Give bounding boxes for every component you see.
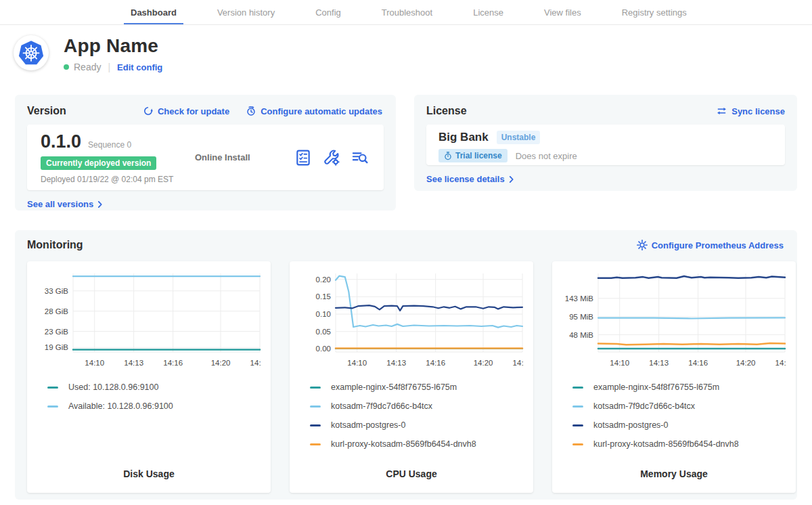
svg-text:14:20: 14:20 <box>474 359 493 367</box>
legend-label: example-nginx-54f8f76755-l675m <box>593 382 719 392</box>
svg-text:14:13: 14:13 <box>124 359 143 367</box>
license-info-card: Big Bank Unstable Trial license Does not… <box>426 125 785 165</box>
chart-title: Disk Usage <box>37 468 261 483</box>
svg-text:28 GiB: 28 GiB <box>45 307 68 315</box>
svg-text:14:23: 14:23 <box>250 359 261 367</box>
svg-text:14:16: 14:16 <box>426 359 445 367</box>
kubernetes-logo-icon <box>14 35 49 70</box>
trial-license-badge: Trial license <box>438 149 508 162</box>
deployed-timestamp: Deployed 01/19/22 @ 02:04 pm EST <box>41 175 195 184</box>
legend-item: kotsadm-postgres-0 <box>310 416 524 435</box>
current-version-card: 0.1.0 Sequence 0 Currently deployed vers… <box>27 125 384 190</box>
sync-license-button[interactable]: Sync license <box>716 106 785 116</box>
sync-arrows-icon <box>716 106 727 116</box>
legend-label: kurl-proxy-kotsadm-8569fb6454-dnvh8 <box>593 439 739 449</box>
monitoring-panel: Monitoring Configure Prometheus Address … <box>15 230 797 500</box>
legend-label: kurl-proxy-kotsadm-8569fb6454-dnvh8 <box>331 439 476 449</box>
deployed-badge: Currently deployed version <box>41 156 156 170</box>
legend-item: example-nginx-54f8f76755-l675m <box>572 378 786 397</box>
svg-text:14:23: 14:23 <box>513 359 524 367</box>
check-for-update-button[interactable]: Check for update <box>143 106 229 116</box>
license-panel: License Sync license Big Bank Unstable <box>414 95 797 191</box>
config-wrench-icon[interactable] <box>323 149 340 167</box>
svg-text:14:10: 14:10 <box>85 359 104 367</box>
svg-text:14:16: 14:16 <box>688 359 708 367</box>
legend-swatch-icon <box>310 405 321 408</box>
legend-swatch-icon <box>47 387 58 389</box>
legend-swatch-icon <box>572 443 583 445</box>
memory-usage-chart-card: 14:1014:1314:1614:2014:23143 MiB95 MiB48… <box>552 261 796 493</box>
svg-text:14:10: 14:10 <box>610 359 629 367</box>
tab-troubleshoot[interactable]: Troubleshoot <box>375 0 439 24</box>
svg-text:19 GiB: 19 GiB <box>45 343 68 351</box>
svg-text:33 GiB: 33 GiB <box>45 287 68 295</box>
license-panel-title: License <box>426 105 467 117</box>
series-kotsadm-7f9dc7d66c-b4tcx <box>336 276 522 328</box>
legend-label: kotsadm-postgres-0 <box>331 420 405 430</box>
chart-disk-usage: 14:1014:1314:1614:2014:2333 GiB28 GiB23 … <box>37 268 261 371</box>
tab-dashboard[interactable]: Dashboard <box>124 0 183 24</box>
configure-prometheus-button[interactable]: Configure Prometheus Address <box>637 240 784 250</box>
legend-swatch-icon <box>310 424 321 426</box>
see-all-versions-link[interactable]: See all versions <box>27 199 104 209</box>
chart-title: CPU Usage <box>299 468 524 483</box>
nav-tabs: DashboardVersion historyConfigTroublesho… <box>124 0 721 24</box>
tab-view-files[interactable]: View files <box>537 0 588 24</box>
see-license-details-link[interactable]: See license details <box>426 174 515 184</box>
tab-registry-settings[interactable]: Registry settings <box>615 0 694 24</box>
legend-label: kotsadm-7f9dc7d66c-b4tcx <box>331 401 432 411</box>
legend-label: Used: 10.128.0.96:9100 <box>68 382 158 392</box>
legend-swatch-icon <box>572 405 583 408</box>
page-title: App Name <box>64 35 162 57</box>
svg-text:23 GiB: 23 GiB <box>45 328 68 336</box>
status-badge: Ready <box>74 62 101 72</box>
tab-license[interactable]: License <box>466 0 510 24</box>
chart-memory-usage: 14:1014:1314:1614:2014:23143 MiB95 MiB48… <box>562 268 786 371</box>
expiry-label: Does not expire <box>516 151 577 161</box>
svg-text:0.10: 0.10 <box>316 310 331 318</box>
series-kotsadm-7f9dc7d66c-b4tcx <box>598 317 785 318</box>
svg-text:14:16: 14:16 <box>163 359 183 367</box>
legend-swatch-icon <box>310 387 321 389</box>
memory-usage-legend: example-nginx-54f8f76755-l675mkotsadm-7f… <box>572 378 786 454</box>
legend-item: kotsadm-7f9dc7d66c-b4tcx <box>310 397 524 416</box>
legend-swatch-icon <box>572 424 583 426</box>
legend-label: kotsadm-postgres-0 <box>593 420 668 430</box>
svg-text:0.05: 0.05 <box>316 328 331 336</box>
legend-item: Used: 10.128.0.96:9100 <box>47 378 261 397</box>
svg-text:14:10: 14:10 <box>347 359 367 367</box>
configure-automatic-updates-button[interactable]: Configure automatic updates <box>246 106 382 116</box>
cpu-usage-plot: 14:1014:1314:1614:2014:230.200.150.100.0… <box>299 268 524 371</box>
tab-config[interactable]: Config <box>309 0 348 24</box>
series-kotsadm-postgres-0 <box>598 276 785 278</box>
divider: | <box>108 62 110 72</box>
series-kotsadm-postgres-0 <box>336 305 522 311</box>
memory-usage-plot: 14:1014:1314:1614:2014:23143 MiB95 MiB48… <box>562 268 786 371</box>
svg-text:14:20: 14:20 <box>736 359 756 367</box>
svg-text:14:23: 14:23 <box>775 359 786 367</box>
version-number: 0.1.0 <box>41 131 81 152</box>
svg-text:0.00: 0.00 <box>316 345 331 353</box>
tab-version-history[interactable]: Version history <box>210 0 281 24</box>
edit-config-link[interactable]: Edit config <box>117 62 162 72</box>
legend-item: kotsadm-postgres-0 <box>572 416 786 435</box>
disk-usage-legend: Used: 10.128.0.96:9100Available: 10.128.… <box>47 378 261 416</box>
stopwatch-icon <box>444 152 452 160</box>
view-logs-icon[interactable] <box>351 149 369 167</box>
refresh-icon <box>143 106 154 116</box>
legend-item: example-nginx-54f8f76755-l675m <box>310 378 524 397</box>
legend-item: Available: 10.128.0.96:9100 <box>47 397 261 416</box>
svg-text:14:20: 14:20 <box>211 359 231 367</box>
chevron-right-icon <box>97 200 104 208</box>
charts-row: 14:1014:1314:1614:2014:2333 GiB28 GiB23 … <box>27 261 790 493</box>
monitoring-title: Monitoring <box>27 239 83 251</box>
legend-label: kotsadm-7f9dc7d66c-b4tcx <box>593 401 695 411</box>
preflight-checks-icon[interactable] <box>294 149 312 167</box>
gear-icon <box>637 240 648 250</box>
install-type-label: Online Install <box>195 152 294 162</box>
disk-usage-plot: 14:1014:1314:1614:2014:2333 GiB28 GiB23 … <box>37 268 261 371</box>
legend-swatch-icon <box>310 443 321 445</box>
disk-usage-chart-card: 14:1014:1314:1614:2014:2333 GiB28 GiB23 … <box>27 261 271 493</box>
legend-item: kurl-proxy-kotsadm-8569fb6454-dnvh8 <box>310 435 524 454</box>
svg-text:143 MiB: 143 MiB <box>565 294 594 303</box>
